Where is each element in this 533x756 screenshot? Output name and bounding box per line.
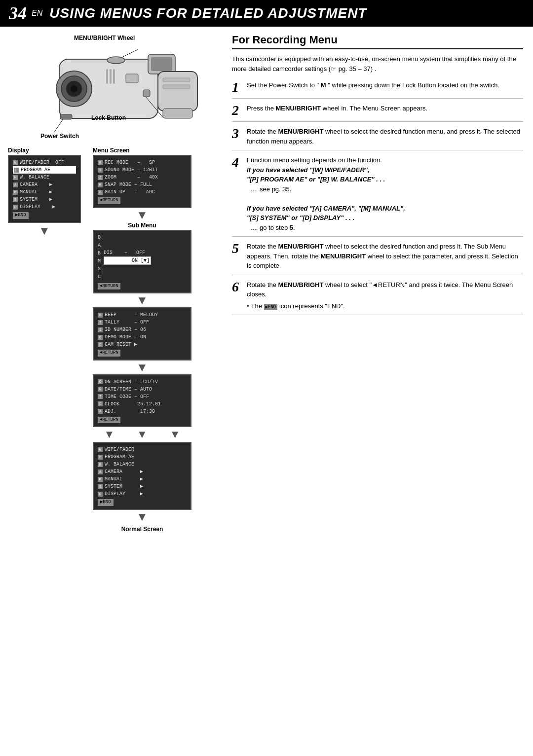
left-column: MENU/BRIGHT Wheel bbox=[0, 27, 227, 540]
step-6-text: Rotate the MENU/BRIGHT wheel to select "… bbox=[247, 280, 523, 311]
step-1-num: 1 bbox=[232, 80, 243, 94]
return-bar: ◄RETURN bbox=[98, 197, 120, 204]
arrow-down-3: ▼ bbox=[136, 294, 148, 306]
step-5-num: 5 bbox=[232, 242, 243, 271]
step-1: 1 Set the Power Switch to " M " while pr… bbox=[232, 80, 523, 99]
arrow-down-2: ▼ bbox=[136, 209, 148, 221]
screen-row: A CAMERA ▶ bbox=[13, 181, 76, 188]
screen-row: Z ZOOM – 40X bbox=[98, 174, 187, 181]
arrow-down-4: ▼ bbox=[136, 361, 148, 373]
cam-icon: A bbox=[13, 182, 18, 187]
step-1-text: Set the Power Switch to " M " while pres… bbox=[247, 80, 499, 94]
svg-rect-15 bbox=[106, 69, 108, 84]
arrow-down-1: ▼ bbox=[8, 225, 81, 237]
page-en-suffix: EN bbox=[32, 9, 42, 18]
step-3-text: Rotate the MENU/BRIGHT wheel to select t… bbox=[247, 127, 523, 146]
return-bar-3: ◄RETURN bbox=[98, 350, 120, 357]
screen-row: S SYSTEM ▶ bbox=[13, 196, 76, 203]
menu-screens-section: Menu Screen R REC MODE – SP S SOUND MODE… bbox=[93, 147, 191, 533]
wipe-icon: W bbox=[13, 160, 18, 165]
svg-rect-19 bbox=[163, 78, 190, 82]
normal-screen-box: WWIPE/FADER PPROGRAM AE BW. BALANCE ACAM… bbox=[93, 442, 191, 510]
svg-rect-7 bbox=[158, 72, 197, 111]
wb-icon: W bbox=[13, 175, 18, 180]
lock-button-label: Lock Button bbox=[91, 114, 126, 121]
page-title: USING MENUS FOR DETAILED ADJUSTMENT bbox=[49, 5, 367, 21]
display-section: Display W WIPE/FADER OFF P PROGRAM AE W … bbox=[8, 147, 87, 238]
screen-row: M SNAP MODE – FULL bbox=[98, 181, 187, 188]
screens-flow-area: Display W WIPE/FADER OFF P PROGRAM AE W … bbox=[8, 147, 219, 533]
disp-icon: D bbox=[13, 205, 18, 210]
screen-row-highlight: P PROGRAM AE bbox=[13, 166, 76, 174]
step-4: 4 Function menu setting depends on the f… bbox=[232, 155, 523, 237]
svg-rect-18 bbox=[126, 74, 138, 83]
step-6: 6 Rotate the MENU/BRIGHT wheel to select… bbox=[232, 280, 523, 316]
end-bar-2: ▶END bbox=[98, 499, 114, 506]
step-2-text: Press the MENU/BRIGHT wheel in. The Menu… bbox=[247, 104, 427, 117]
display-clock-screen: OON SCREEN – LCD/TV DDATE/TIME – AUTO TT… bbox=[93, 374, 191, 428]
step-2-num: 2 bbox=[232, 104, 243, 117]
svg-rect-16 bbox=[110, 69, 112, 84]
multi-arrow-down: ▼▼▼ bbox=[93, 428, 191, 441]
screen-row: W W. BALANCE bbox=[13, 174, 76, 181]
main-content: MENU/BRIGHT Wheel bbox=[0, 27, 533, 540]
menu-bright-label: MENU/BRIGHT Wheel bbox=[74, 35, 135, 41]
display-screen-box: W WIPE/FADER OFF P PROGRAM AE W W. BALAN… bbox=[8, 155, 81, 223]
man-icon: M bbox=[13, 190, 18, 195]
svg-rect-14 bbox=[60, 114, 72, 119]
display-label: Display bbox=[8, 147, 29, 154]
camcorder-diagram: MENU/BRIGHT Wheel bbox=[20, 34, 207, 142]
camcorder-svg bbox=[30, 44, 207, 136]
screen-row: M MANUAL ▶ bbox=[13, 188, 76, 196]
page-number: 34 bbox=[9, 3, 27, 24]
screen-row: R REC MODE – SP bbox=[98, 159, 187, 166]
svg-rect-20 bbox=[163, 85, 190, 89]
screen-row: S SOUND MODE – 12BIT bbox=[98, 166, 187, 174]
svg-rect-17 bbox=[113, 69, 115, 84]
step-4-num: 4 bbox=[232, 155, 243, 232]
end-bar: ▶END bbox=[13, 212, 29, 219]
sub-menu-screen: D A B M S C DIS – OFF ON [▼] bbox=[93, 230, 191, 294]
step-3-num: 3 bbox=[232, 127, 243, 146]
svg-rect-8 bbox=[163, 108, 192, 118]
normal-screen-label: Normal Screen bbox=[121, 526, 163, 533]
step-5: 5 Rotate the MENU/BRIGHT wheel to select… bbox=[232, 242, 523, 275]
section-title: For Recording Menu bbox=[232, 34, 523, 49]
main-screen-box: R REC MODE – SP S SOUND MODE – 12BIT Z Z… bbox=[93, 155, 191, 208]
screen-row: G GAIN UP – AGC bbox=[98, 188, 187, 196]
svg-point-4 bbox=[71, 85, 77, 92]
screen-row: D DISPLAY ▶ bbox=[13, 203, 76, 211]
arrow-down-5: ▼ bbox=[136, 511, 148, 523]
svg-rect-13 bbox=[143, 90, 150, 97]
bullet-end-icon: • The ▶END icon represents "END". bbox=[247, 301, 523, 311]
sys-icon: S bbox=[13, 197, 18, 202]
screen-row: W WIPE/FADER OFF bbox=[13, 159, 76, 166]
system-screen-box: BBEEP – MELODY TTALLY – OFF IID NUMBER –… bbox=[93, 307, 191, 360]
prog-icon: P bbox=[14, 168, 19, 173]
step-4-text: Function menu setting depends on the fun… bbox=[247, 155, 405, 232]
step-3: 3 Rotate the MENU/BRIGHT wheel to select… bbox=[232, 127, 523, 150]
return-bar-4: ◄RETURN bbox=[98, 417, 120, 424]
sub-menu-label: Sub Menu bbox=[128, 222, 156, 229]
step-6-num: 6 bbox=[232, 280, 243, 311]
intro-text: This camcorder is equipped with an easy-… bbox=[232, 54, 523, 73]
step-2: 2 Press the MENU/BRIGHT wheel in. The Me… bbox=[232, 104, 523, 122]
menu-screen-label: Menu Screen bbox=[93, 147, 130, 154]
step-5-text: Rotate the MENU/BRIGHT wheel to select t… bbox=[247, 242, 523, 271]
return-bar-2: ◄RETURN bbox=[98, 283, 120, 290]
power-switch-label: Power Switch bbox=[40, 133, 79, 140]
svg-rect-6 bbox=[151, 57, 172, 71]
svg-point-12 bbox=[107, 57, 125, 64]
page-header: 34 EN USING MENUS FOR DETAILED ADJUSTMEN… bbox=[0, 0, 533, 27]
right-column: For Recording Menu This camcorder is equ… bbox=[227, 27, 533, 540]
